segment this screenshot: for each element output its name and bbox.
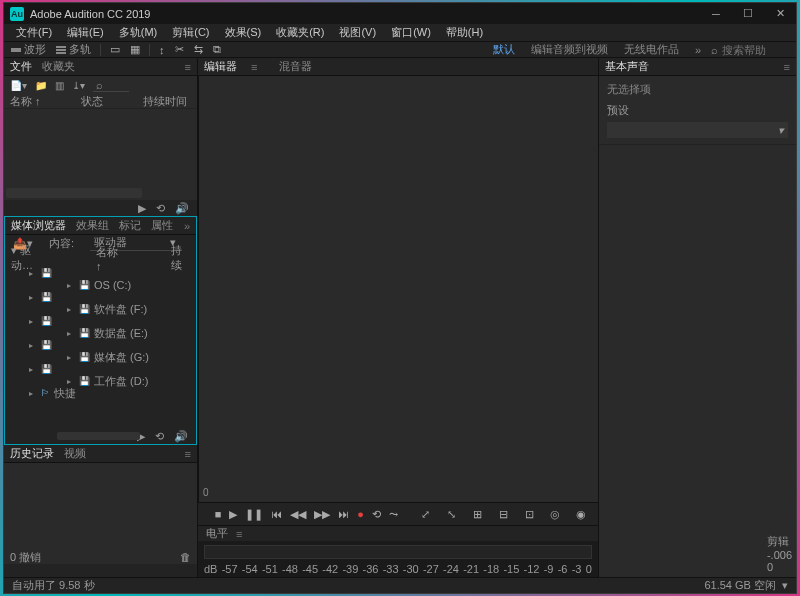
drive-icon: 💾 [41,316,52,326]
view-multitrack-button[interactable]: 多轨 [53,42,94,57]
tab-favorites[interactable]: 收藏夹 [42,59,75,74]
zoom-full-button[interactable]: ⊞ [468,508,486,521]
zoom-in-pt-button[interactable]: ⊡ [520,508,538,521]
menu-view[interactable]: 视图(V) [333,24,382,41]
tool-hud[interactable]: ▭ [107,43,123,56]
stop-button[interactable]: ■ [215,508,222,520]
horizontal-scrollbar[interactable] [6,188,142,198]
history-settings-icon[interactable]: 🗑 [180,551,191,563]
history-panel-menu[interactable]: ≡ [185,448,191,460]
prev-button[interactable]: ⏮ [271,508,282,520]
play-button[interactable]: ▶ [229,508,237,521]
tab-files[interactable]: 文件 [10,59,32,74]
files-panel: 文件 收藏夹 ≡ 📄▾ 📁 ▥ ⤓▾ ⌕ 名称 ↑ 状态 持续时间 [4,58,197,216]
separator [100,44,101,56]
menu-edit[interactable]: 编辑(E) [61,24,110,41]
help-search[interactable]: ⌕ [711,44,792,56]
essential-sound-menu[interactable]: ≡ [784,61,790,73]
history-panel: 历史记录 视频 ≡ 0 撤销 🗑 [4,445,197,564]
drive-item[interactable]: ▸💾媒体盘 (G:) [5,351,196,363]
workspace-overflow-button[interactable]: » [689,44,707,56]
tool-move[interactable]: ↕ [156,44,168,56]
zoom-out-pt-button[interactable]: ◎ [546,508,564,521]
status-settings-icon[interactable]: ▾ [782,579,788,592]
open-file-icon[interactable]: 📁 [35,80,47,91]
menu-multitrack[interactable]: 多轨(M) [113,24,164,41]
no-selection-label: 无选择项 [599,76,796,103]
status-message: 自动用了 9.58 秒 [12,578,95,593]
loop-preview-button[interactable]: ⟲ [155,430,164,443]
menu-help[interactable]: 帮助(H) [440,24,489,41]
menu-effects[interactable]: 效果(S) [219,24,268,41]
autoplay-button[interactable]: 🔊 [174,430,188,443]
tool-spectral[interactable]: ▦ [127,43,143,56]
tab-essential-sound[interactable]: 基本声音 [605,59,649,74]
menu-clip[interactable]: 剪辑(C) [166,24,215,41]
record-button[interactable]: ● [357,508,364,520]
editor-canvas[interactable]: 0 [198,76,598,502]
shortcut-item[interactable]: ▸🏳快捷 [5,387,196,399]
drive-item[interactable]: ▸💾OS (C:) [5,279,196,291]
tab-history[interactable]: 历史记录 [10,446,54,461]
tab-media-browser[interactable]: 媒体浏览器 [11,218,66,233]
media-panel-overflow[interactable]: » [184,220,190,232]
tab-mixer[interactable]: 混音器 [279,59,312,74]
loop-button[interactable]: ⟲ [372,508,381,521]
level-meter [204,545,592,559]
play-preview-button[interactable]: ▶ [138,202,146,215]
app-logo-icon: Au [10,7,24,21]
content-label: 内容: [49,236,74,251]
autoplay-button[interactable]: 🔊 [175,202,189,215]
col-name[interactable]: 名称 ↑ [10,94,41,109]
drive-icon: 💾 [79,304,90,314]
new-file-icon[interactable]: 📄▾ [10,80,27,91]
workspace-radio[interactable]: 无线电作品 [618,42,685,57]
title-bar: Au Adobe Audition CC 2019 ─ ☐ ✕ [4,3,796,24]
zoom-out-button[interactable]: ⤡ [442,508,460,521]
workspace-edit-to-video[interactable]: 编辑音频到视频 [525,42,614,57]
files-panel-menu[interactable]: ≡ [185,61,191,73]
history-body [4,463,197,550]
svg-rect-3 [56,52,66,54]
col-status[interactable]: 状态 [81,94,103,109]
rewind-button[interactable]: ◀◀ [290,508,306,521]
tab-markers[interactable]: 标记 [119,218,141,233]
zoom-in-button[interactable]: ⤢ [416,508,434,521]
drive-icon: 💾 [79,376,90,386]
workspace-default[interactable]: 默认 [487,42,521,57]
menu-file[interactable]: 文件(F) [10,24,58,41]
drive-item[interactable]: ▸💾数据盘 (E:) [5,327,196,339]
menu-window[interactable]: 窗口(W) [385,24,437,41]
undo-count: 0 撤销 [10,550,41,565]
tab-effects-rack[interactable]: 效果组 [76,218,109,233]
pause-button[interactable]: ❚❚ [245,508,263,521]
loop-preview-button[interactable]: ⟲ [156,202,165,215]
drive-icon: 💾 [79,328,90,338]
drive-item[interactable]: ▸💾工作盘 (D:) [5,375,196,387]
tool-slip[interactable]: ⇆ [191,43,206,56]
drive-item[interactable]: ▸💾软件盘 (F:) [5,303,196,315]
editor-panel-menu[interactable]: ≡ [251,61,257,73]
tab-editor[interactable]: 编辑器 [204,59,237,74]
close-button[interactable]: ✕ [764,4,796,24]
view-waveform-button[interactable]: 波形 [8,42,49,57]
skip-button[interactable]: ⤳ [389,508,398,521]
zoom-sel-button[interactable]: ⊟ [494,508,512,521]
horizontal-scrollbar[interactable] [57,432,140,440]
col-duration[interactable]: 持续时间 [143,94,187,109]
next-button[interactable]: ⏭ [338,508,349,520]
tab-properties[interactable]: 属性 [151,218,173,233]
tool-razor[interactable]: ✂ [172,43,187,56]
preset-dropdown[interactable]: ▾ [607,122,788,138]
tab-video[interactable]: 视频 [64,446,86,461]
zoom-reset-button[interactable]: ◉ [572,508,590,521]
menu-favorites[interactable]: 收藏夹(R) [270,24,330,41]
tool-time[interactable]: ⧉ [210,43,224,56]
maximize-button[interactable]: ☐ [732,4,764,24]
minimize-button[interactable]: ─ [700,4,732,24]
fastfwd-button[interactable]: ▶▶ [314,508,330,521]
stack-icon[interactable]: ▥ [55,80,64,91]
insert-icon[interactable]: ⤓▾ [72,80,85,91]
drive-icon: 💾 [79,280,90,290]
help-search-input[interactable] [722,44,792,56]
